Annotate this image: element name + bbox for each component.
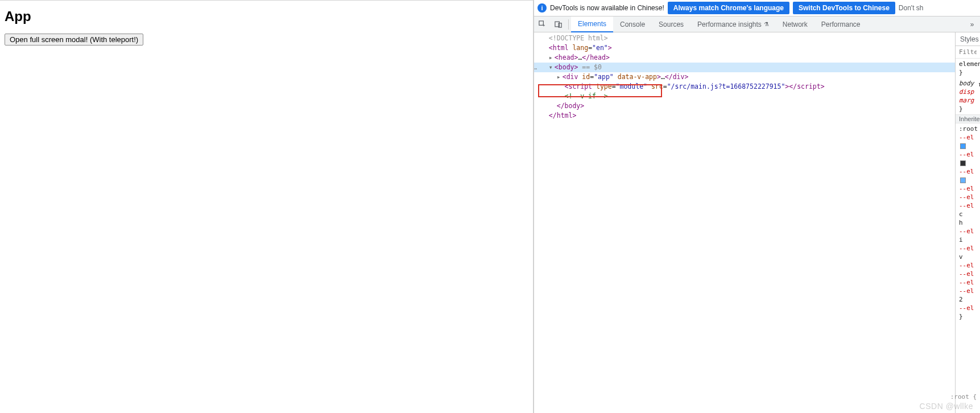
styles-pane: Styles element } body { disp marg } Inhe…	[955, 32, 980, 413]
open-modal-button[interactable]: Open full screen modal! (With teleport!)	[5, 34, 143, 46]
info-icon: i	[537, 3, 547, 13]
page-title: App	[5, 9, 528, 24]
app-page: App Open full screen modal! (With telepo…	[0, 0, 534, 413]
tab-console[interactable]: Console	[613, 16, 652, 32]
elements-dom-tree[interactable]: <!DOCTYPE html> <html lang="en"> ▸<head>…	[534, 32, 955, 413]
color-swatch[interactable]	[960, 177, 966, 183]
dom-line[interactable]: ▸<head>…</head>	[534, 53, 955, 63]
styles-tabs: Styles	[956, 32, 980, 46]
dom-line-selected[interactable]: ▾<body> == $0	[534, 63, 955, 72]
always-match-language-button[interactable]: Always match Chrome's language	[668, 2, 789, 14]
toggle-device-icon[interactable]	[550, 16, 566, 32]
switch-language-button[interactable]: Switch DevTools to Chinese	[793, 2, 895, 14]
inspect-element-icon[interactable]	[534, 16, 550, 32]
dont-show-again-text[interactable]: Don't sh	[899, 4, 924, 12]
more-tabs-icon[interactable]: »	[964, 20, 980, 28]
flask-icon: ⚗	[764, 21, 769, 27]
color-swatch[interactable]	[960, 160, 966, 166]
infobar-message: DevTools is now available in Chinese!	[550, 4, 664, 12]
styles-filter-input[interactable]	[956, 48, 980, 56]
devtools-tabs: Elements Console Sources Performance ins…	[571, 16, 964, 32]
dom-line[interactable]: </html>	[534, 111, 955, 121]
root-trail-label: :root {	[950, 393, 977, 400]
styles-filter	[956, 46, 980, 59]
tab-sources[interactable]: Sources	[652, 16, 690, 32]
dom-line[interactable]: ▸<div id="app" data-v-app>…</div>	[534, 72, 955, 82]
devtools-toolbar: Elements Console Sources Performance ins…	[534, 16, 980, 32]
tab-styles[interactable]: Styles	[956, 35, 980, 43]
devtools-panel: i DevTools is now available in Chinese! …	[534, 0, 980, 413]
toolbar-separator	[568, 19, 569, 30]
inherited-header: Inherited	[956, 114, 980, 123]
dom-line[interactable]: <!DOCTYPE html>	[534, 34, 955, 43]
color-swatch[interactable]	[960, 143, 966, 149]
tab-performance[interactable]: Performance	[814, 16, 867, 32]
dom-line[interactable]: </body>	[534, 101, 955, 111]
dom-line-vif[interactable]: <!--v-if-->	[534, 92, 955, 101]
tab-elements[interactable]: Elements	[571, 16, 613, 32]
body-rule-block[interactable]: body { disp marg }	[956, 78, 980, 114]
infobar: i DevTools is now available in Chinese! …	[534, 0, 980, 16]
tab-performance-insights[interactable]: Performance insights ⚗	[690, 16, 776, 32]
dom-line[interactable]: <html lang="en">	[534, 43, 955, 53]
element-style-block[interactable]: element }	[956, 59, 980, 78]
root-rule-block[interactable]: :root { --el --el --el --el --el --el c …	[956, 123, 980, 322]
tab-network[interactable]: Network	[776, 16, 814, 32]
dom-line[interactable]: <script type="module" src="/src/main.js?…	[534, 82, 955, 92]
svg-rect-0	[539, 21, 543, 26]
